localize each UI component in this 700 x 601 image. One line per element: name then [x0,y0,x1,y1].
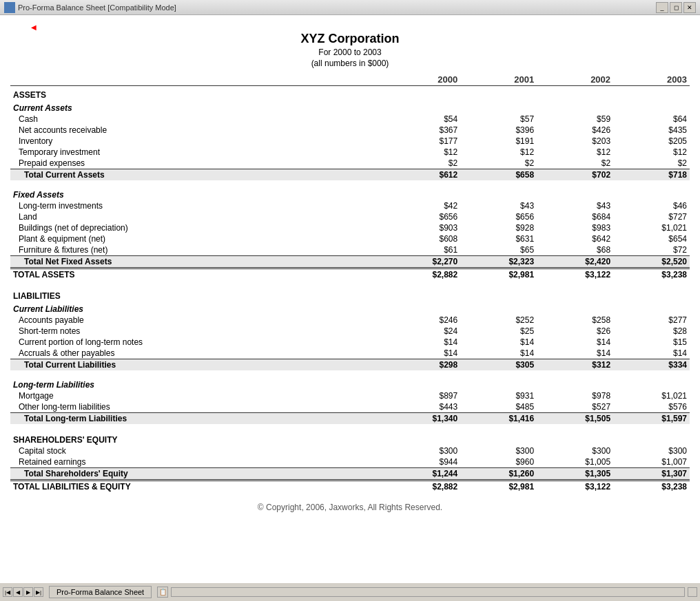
total-current-assets-row: Total Current Assets $612 $658 $702 $718 [10,169,690,181]
net-ar-2003: $435 [613,125,690,136]
inventory-label: Inventory [10,136,384,147]
total-shareholders-equity-row: Total Shareholders' Equity $1,244 $1,260… [10,468,690,481]
temp-invest-2002: $12 [537,147,613,158]
net-ar-label: Net accounts receivable [10,125,384,136]
window-title: Pro-Forma Balance Sheet [Compatibility M… [18,3,176,12]
first-sheet-button[interactable]: |◀ [3,587,12,597]
temp-invest-2000: $12 [384,147,460,158]
table-row: Prepaid expenses $2 $2 $2 $2 [10,158,690,169]
total-current-assets-label: Total Current Assets [10,169,384,181]
prepaid-label: Prepaid expenses [10,158,384,169]
cash-2001: $57 [460,114,537,125]
prepaid-2003: $2 [613,158,690,169]
total-current-liabilities-row: Total Current Liabilities $298 $305 $312… [10,359,690,371]
total-current-assets-2003: $718 [613,169,690,181]
table-row: Capital stock $300 $300 $300 $300 [10,445,690,456]
spacer [10,280,690,287]
prepaid-2001: $2 [460,158,537,169]
sheet-tab-icon: 📋 [157,587,168,598]
table-row: Mortgage $897 $931 $978 $1,021 [10,390,690,401]
table-row: Temporary investment $12 $12 $12 $12 [10,147,690,158]
fixed-assets-header-row: Fixed Assets [10,187,690,200]
assets-header: ASSETS [10,86,690,101]
col-header-2003: 2003 [613,74,690,86]
temp-invest-label: Temporary investment [10,147,384,158]
table-row: Current portion of long-term notes $14 $… [10,337,690,348]
sheet-title: XYZ Corporation [10,32,690,46]
lt-liabilities-header-row: Long-term Liabilities [10,377,690,390]
total-current-assets-2001: $658 [460,169,537,181]
liabilities-header-row: LIABILITIES [10,287,690,302]
inventory-2002: $203 [537,136,613,147]
table-row: Long-term investments $42 $43 $43 $46 [10,200,690,211]
total-lt-liabilities-row: Total Long-term Liabilities $1,340 $1,41… [10,413,690,425]
sheet-tab[interactable]: Pro-Forma Balance Sheet [49,586,152,598]
sheet-note: (all numbers in $000) [10,59,690,68]
table-row: Furniture & fixtures (net) $61 $65 $68 $… [10,244,690,256]
col-header-2000: 2000 [384,74,460,86]
assets-header-row: ASSETS [10,86,690,101]
horizontal-scrollbar[interactable] [171,587,685,597]
net-ar-2000: $367 [384,125,460,136]
temp-invest-2003: $12 [613,147,690,158]
table-row: Net accounts receivable $367 $396 $426 $… [10,125,690,136]
table-row: Short-term notes $24 $25 $26 $28 [10,326,690,337]
col-header-label [10,74,384,86]
table-row: Inventory $177 $191 $203 $205 [10,136,690,147]
col-header-2002: 2002 [537,74,613,86]
lt-invest-label: Long-term investments [10,200,384,211]
table-row: Cash $54 $57 $59 $64 [10,114,690,125]
table-row: Plant & equipment (net) $608 $631 $642 $… [10,233,690,244]
col-header-2001: 2001 [460,74,537,86]
copyright-text: © Copyright, 2006, Jaxworks, All Rights … [10,492,690,523]
app-icon [4,2,15,13]
current-liabilities-header-row: Current Liabilities [10,302,690,315]
marker: ◀ [10,22,690,32]
sheet-navigation[interactable]: |◀ ◀ ▶ ▶| [3,587,43,597]
title-bar-left: Pro-Forma Balance Sheet [Compatibility M… [4,2,176,13]
prepaid-2000: $2 [384,158,460,169]
title-bar: Pro-Forma Balance Sheet [Compatibility M… [0,0,700,15]
total-assets-row: TOTAL ASSETS $2,882 $2,981 $3,122 $3,238 [10,268,690,281]
total-net-fixed-assets-row: Total Net Fixed Assets $2,270 $2,323 $2,… [10,256,690,268]
total-net-fixed-assets-label: Total Net Fixed Assets [10,256,384,268]
table-row: Retained earnings $944 $960 $1,005 $1,00… [10,456,690,468]
cash-label: Cash [10,114,384,125]
app-area: ◀ XYZ Corporation For 2000 to 2003 (all … [0,15,700,601]
prev-sheet-button[interactable]: ◀ [13,587,23,597]
scroll-corner [688,587,697,597]
table-row: Accounts payable $246 $252 $258 $277 [10,315,690,326]
table-row: Accruals & other payables $14 $14 $14 $1… [10,348,690,359]
minimize-button[interactable]: _ [656,2,668,13]
spacer [10,180,690,187]
title-bar-controls[interactable]: _ ◻ ✕ [656,2,696,13]
taskbar[interactable]: |◀ ◀ ▶ ▶| Pro-Forma Balance Sheet 📋 [0,582,700,601]
spacer [10,424,690,431]
shareholders-equity-header-row: SHAREHOLDERS' EQUITY [10,431,690,445]
inventory-2003: $205 [613,136,690,147]
cash-2003: $64 [613,114,690,125]
restore-button[interactable]: ◻ [670,2,682,13]
table-row: Buildings (net of depreciation) $903 $92… [10,222,690,233]
total-liabilities-equity-row: TOTAL LIABILITIES & EQUITY $2,882 $2,981… [10,481,690,493]
next-sheet-button[interactable]: ▶ [23,587,33,597]
net-ar-2002: $426 [537,125,613,136]
table-row: Other long-term liabilities $443 $485 $5… [10,401,690,413]
balance-sheet-table: 2000 2001 2002 2003 ASSETS Current Asset… [10,74,690,492]
current-assets-header-row: Current Assets [10,101,690,114]
sheet-subtitle: For 2000 to 2003 [10,48,690,57]
total-assets-label: TOTAL ASSETS [10,268,384,281]
inventory-2000: $177 [384,136,460,147]
current-assets-header: Current Assets [10,101,690,114]
column-header-row: 2000 2001 2002 2003 [10,74,690,86]
last-sheet-button[interactable]: ▶| [34,587,43,597]
liabilities-header: LIABILITIES [10,287,690,302]
net-ar-2001: $396 [460,125,537,136]
prepaid-2002: $2 [537,158,613,169]
inventory-2001: $191 [460,136,537,147]
cash-2000: $54 [384,114,460,125]
cash-2002: $59 [537,114,613,125]
close-button[interactable]: ✕ [683,2,696,13]
fixed-assets-header: Fixed Assets [10,187,690,200]
scroll-area[interactable]: ◀ XYZ Corporation For 2000 to 2003 (all … [0,15,700,582]
